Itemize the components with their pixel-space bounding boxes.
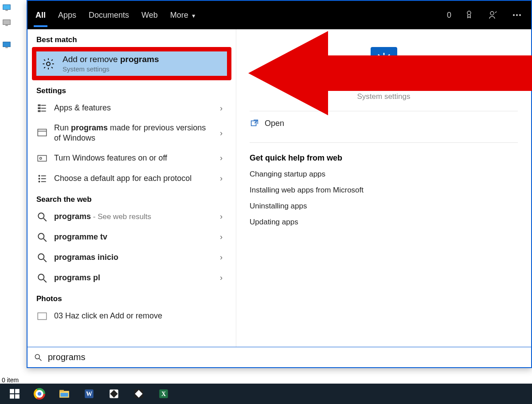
taskbar-word[interactable]: W [77,384,101,404]
gear-icon [371,47,397,74]
svg-rect-5 [5,47,8,48]
web-result[interactable]: programs pl › [27,268,236,288]
result-label: programas inicio [54,252,209,263]
svg-rect-4 [3,42,11,47]
svg-point-8 [513,14,514,16]
taskbar-chrome[interactable] [27,384,51,404]
chevron-right-icon: › [215,273,227,282]
search-input[interactable] [47,352,525,363]
help-link[interactable]: Updating apps [250,214,518,230]
help-link[interactable]: Installing web apps from Microsoft [250,182,518,198]
chevron-right-icon: › [215,253,227,262]
svg-point-34 [38,274,44,280]
taskbar-unity-hub[interactable] [102,384,126,404]
svg-point-24 [39,181,39,182]
search-icon [36,211,48,223]
svg-rect-12 [38,105,40,106]
svg-point-22 [39,175,39,176]
gear-icon [40,57,56,71]
search-icon [36,231,48,243]
svg-point-28 [38,213,44,219]
chevron-right-icon: › [215,129,227,138]
group-header-best-match: Best match [27,29,236,47]
windows-search-panel: All Apps Documents Web More▼ 0 Best matc… [27,0,532,368]
desktop-icon[interactable] [2,3,27,12]
svg-line-40 [39,358,42,361]
result-label: 03 Haz click en Add or remove [54,311,227,321]
search-icon [36,272,48,284]
taskbar-file-explorer[interactable] [52,384,76,404]
result-label: programs pl [54,273,209,283]
divider [250,111,518,111]
help-link[interactable]: Changing startup apps [250,166,518,182]
open-action[interactable]: Open [250,114,518,133]
taskbar-unity[interactable] [127,384,151,404]
tab-more[interactable]: More▼ [170,9,196,22]
result-label: Choose a default app for each protocol [54,173,209,184]
svg-rect-18 [38,129,47,136]
search-icon [36,252,48,263]
chevron-down-icon: ▼ [191,13,196,19]
web-result[interactable]: programs - See web results › [27,207,236,227]
taskbar-excel[interactable]: X [152,384,176,404]
group-header-photos: Photos [27,288,236,306]
chevron-right-icon: › [215,104,227,113]
tab-documents[interactable]: Documents [89,9,129,22]
svg-rect-14 [38,110,40,111]
photo-result[interactable]: 03 Haz click en Add or remove [27,306,236,326]
best-match-result[interactable]: Add or remove programs System settings [35,50,229,78]
svg-point-6 [467,11,471,15]
tab-all[interactable]: All [35,9,46,22]
tab-apps[interactable]: Apps [58,9,76,22]
chevron-right-icon: › [215,232,227,242]
settings-result-windows-features[interactable]: Turn Windows features on or off › [27,148,236,169]
features-icon [36,153,48,164]
svg-point-32 [38,254,44,259]
chevron-right-icon: › [215,212,227,221]
svg-rect-1 [5,10,8,11]
chevron-right-icon: › [215,174,227,183]
settings-result-default-protocol[interactable]: Choose a default app for each protocol › [27,169,236,189]
svg-rect-53 [60,393,68,397]
svg-rect-52 [59,390,64,392]
svg-rect-44 [10,394,14,399]
svg-line-33 [43,259,47,262]
svg-point-11 [47,62,50,66]
svg-line-31 [43,239,47,242]
group-header-settings: Settings [27,80,236,98]
result-label: Turn Windows features on or off [54,153,209,163]
rewards-icon[interactable] [463,9,475,21]
more-options-icon[interactable] [511,9,523,21]
taskbar: W X [0,384,532,404]
divider [250,142,518,143]
svg-point-23 [39,178,39,179]
desktop-icon[interactable] [2,40,27,50]
image-icon [36,310,48,322]
svg-point-21 [40,157,42,159]
result-preview-panel: Add or remove programs System settings O… [236,29,531,347]
svg-rect-43 [15,389,20,393]
top-right-controls: 0 [447,9,523,21]
svg-point-39 [35,354,39,359]
svg-rect-20 [38,155,47,161]
search-icon [34,353,43,362]
svg-text:W: W [86,390,92,397]
desktop-icon[interactable] [2,18,27,27]
web-result[interactable]: programas inicio › [27,247,236,268]
svg-rect-3 [5,25,8,26]
tab-web[interactable]: Web [141,9,158,22]
svg-point-30 [38,233,44,239]
group-header-web: Search the web [27,189,236,207]
best-match-title: Add or remove programs [63,55,159,64]
settings-result-compat-programs[interactable]: Run programs made for previous versions … [27,118,236,148]
svg-rect-42 [10,389,14,393]
start-button[interactable] [3,384,27,404]
settings-result-apps-features[interactable]: Apps & features › [27,98,236,118]
help-link[interactable]: Uninstalling apps [250,198,518,214]
search-input-row [27,347,531,367]
best-match-subtitle: System settings [63,65,159,73]
web-result[interactable]: programme tv › [27,227,236,247]
feedback-icon[interactable] [487,9,499,21]
explorer-status: 0 item [0,377,19,384]
search-results-column: Best match Add or remove programs [27,29,236,347]
